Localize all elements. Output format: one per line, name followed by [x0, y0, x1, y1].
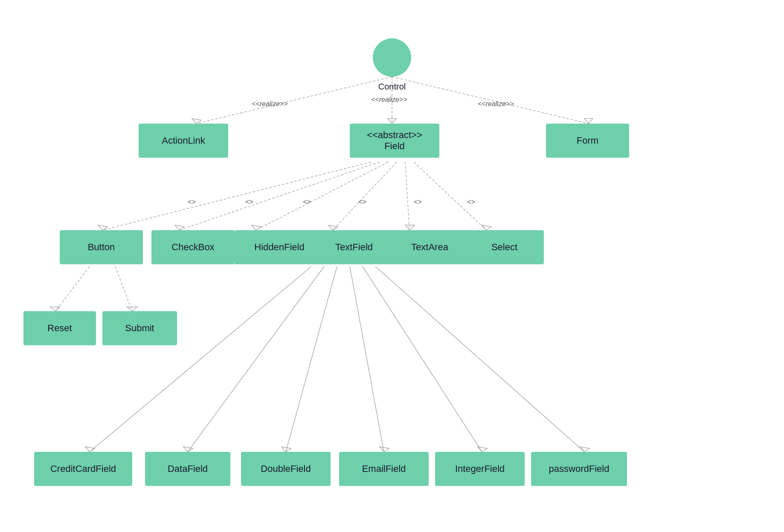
- svg-marker-30: [282, 447, 291, 452]
- form-node: Form: [546, 124, 629, 158]
- svg-marker-15: [405, 225, 415, 230]
- svg-marker-5: [584, 119, 593, 124]
- svg-marker-21: [127, 307, 137, 311]
- control-node: [373, 38, 411, 77]
- svg-marker-33: [580, 447, 589, 452]
- edge-label-control-actionlink: <<realize>>: [252, 100, 288, 108]
- control-label: Control: [373, 82, 411, 92]
- edge-label-field-hidden: <>: [303, 198, 311, 206]
- svg-marker-17: [482, 225, 491, 230]
- reset-node: Reset: [23, 311, 96, 345]
- textfield-node: TextField: [311, 230, 397, 264]
- hiddenfield-node: HiddenField: [235, 230, 324, 264]
- creditcardfield-node: CreditCardField: [34, 452, 132, 486]
- textarea-node: TextArea: [388, 230, 471, 264]
- datafield-node: DataField: [145, 452, 230, 486]
- svg-marker-1: [192, 119, 201, 124]
- svg-marker-32: [478, 447, 487, 452]
- svg-marker-3: [388, 119, 396, 124]
- svg-line-16: [414, 162, 486, 230]
- edge-label-control-field: <<realize>>: [371, 96, 407, 104]
- button-node: Button: [60, 230, 143, 264]
- checkbox-node: CheckBox: [151, 230, 235, 264]
- svg-marker-31: [380, 447, 389, 452]
- svg-line-22: [90, 266, 311, 452]
- edge-label-field-textarea: <>: [414, 198, 422, 206]
- passwordfield-node: passwordField: [531, 452, 627, 486]
- svg-marker-11: [252, 225, 261, 230]
- doublefield-node: DoubleField: [241, 452, 331, 486]
- svg-line-23: [188, 266, 324, 452]
- svg-marker-9: [175, 225, 184, 230]
- svg-line-8: [179, 162, 380, 230]
- svg-marker-19: [50, 307, 60, 311]
- diagram-container: <<realize>> <<realize>> <<realize>> <> <…: [0, 0, 784, 532]
- emailfield-node: EmailField: [339, 452, 429, 486]
- svg-line-24: [286, 266, 337, 452]
- svg-line-10: [256, 162, 388, 230]
- svg-line-27: [375, 266, 584, 452]
- svg-line-25: [350, 266, 384, 452]
- svg-line-20: [115, 266, 132, 311]
- edge-label-field-button: <>: [188, 198, 196, 206]
- edge-label-field-textfield: <>: [358, 198, 366, 206]
- edge-label-field-checkbox: <>: [245, 198, 253, 206]
- svg-marker-13: [328, 225, 338, 230]
- edge-label-control-form: <<realize>>: [478, 100, 514, 108]
- submit-node: Submit: [102, 311, 177, 345]
- svg-marker-7: [98, 225, 107, 230]
- edge-label-field-select: <>: [467, 198, 475, 206]
- actionlink-node: ActionLink: [139, 124, 228, 158]
- svg-line-14: [405, 162, 409, 230]
- select-node: Select: [465, 230, 544, 264]
- svg-line-18: [55, 266, 90, 311]
- svg-line-26: [363, 266, 482, 452]
- svg-line-12: [333, 162, 397, 230]
- svg-marker-29: [183, 447, 193, 452]
- svg-marker-28: [85, 447, 95, 452]
- svg-line-6: [102, 162, 371, 230]
- field-node: <<abstract>> Field: [350, 124, 439, 158]
- svg-line-0: [196, 77, 392, 124]
- integerfield-node: IntegerField: [435, 452, 525, 486]
